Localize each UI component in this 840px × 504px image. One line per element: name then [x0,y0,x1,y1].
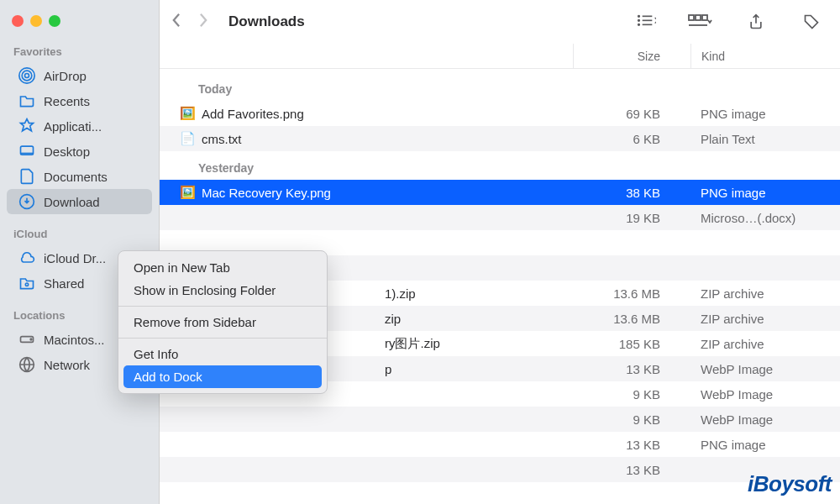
menu-item-get-info[interactable]: Get Info [118,343,327,365]
file-row[interactable]: 13 KB PNG image [160,432,840,457]
file-size: 6 KB [573,132,690,146]
document-icon [18,168,35,185]
group-by-button[interactable] [684,8,717,35]
file-kind: PNG image [690,186,825,200]
file-size: 13.6 MB [573,312,690,326]
svg-rect-16 [689,15,694,20]
sidebar-item-label: AirDrop [44,69,87,83]
nav-arrows [171,13,208,31]
window-title: Downloads [228,13,305,30]
minimize-window-button[interactable] [30,15,42,27]
file-row[interactable]: 🖼️Add Favorites.png 69 KB PNG image [160,101,840,126]
group-header-yesterday: Yesterday [160,151,840,180]
column-kind[interactable]: Kind [690,44,825,68]
sidebar-item-label: Network [44,358,90,372]
sidebar-header: Favorites [0,42,159,63]
sidebar-item-downloads[interactable]: Download [7,189,152,214]
cloud-icon [18,249,35,266]
airdrop-icon [18,67,35,84]
close-window-button[interactable] [12,15,24,27]
file-size: 13 KB [573,362,690,376]
file-row[interactable]: 🖼️Mac Recovery Key.png 38 KB PNG image [160,180,840,205]
apps-icon [18,118,35,134]
file-row[interactable]: 19 KB Microso…(.docx) [160,205,840,230]
menu-item-open-new-tab[interactable]: Open in New Tab [118,256,327,279]
disk-icon [18,331,35,348]
file-name-label: cms.txt [202,132,242,146]
file-kind: WebP Image [690,412,825,427]
sidebar-item-label: Documents [44,170,108,184]
file-name-label: 1).zip [385,286,416,301]
file-kind: Microso…(.docx) [690,211,825,225]
folder-icon [18,92,35,109]
toolbar: Downloads [160,0,840,44]
shared-folder-icon [18,275,35,291]
sidebar-item-label: Applicati... [44,119,102,134]
svg-point-6 [25,283,28,286]
file-size: 69 KB [573,107,690,121]
column-size[interactable]: Size [573,44,690,68]
view-as-list-button[interactable] [628,8,662,35]
sidebar-item-label: iCloud Dr... [44,251,106,265]
svg-point-0 [25,74,29,78]
column-headers: Size Kind [160,44,840,69]
toolbar-actions [628,8,828,35]
file-row[interactable]: 13 KB [160,457,840,482]
sidebar-section-favorites: Favorites AirDrop Recents Applicati... D… [0,42,159,214]
sidebar-item-airdrop[interactable]: AirDrop [7,63,152,88]
menu-separator [118,338,327,339]
png-file-icon: 🖼️ [180,185,195,200]
sidebar-item-label: Shared [44,276,84,291]
file-size: 13 KB [573,438,690,452]
file-name-label: zip [385,312,401,326]
menu-item-remove-sidebar[interactable]: Remove from Sidebar [118,311,327,333]
file-kind: ZIP archive [690,337,825,351]
svg-point-1 [22,71,32,81]
sidebar-item-desktop[interactable]: Desktop [7,139,152,164]
file-kind: WebP Image [690,362,825,376]
globe-icon [18,356,35,373]
file-name-label: Add Favorites.png [202,107,304,121]
file-row[interactable]: 📄cms.txt 6 KB Plain Text [160,126,840,151]
file-kind: WebP Image [690,387,825,402]
file-row[interactable]: 9 KB WebP Image [160,407,840,432]
back-button[interactable] [171,13,181,31]
forward-button[interactable] [199,13,208,31]
sidebar-item-recents[interactable]: Recents [7,88,152,113]
tags-button[interactable] [795,8,828,35]
sidebar-item-label: Desktop [44,144,90,159]
file-name-label: ry图片.zip [385,336,440,352]
menu-item-add-to-dock[interactable]: Add to Dock [123,365,322,388]
file-size: 19 KB [573,211,690,225]
svg-rect-17 [696,15,701,20]
text-file-icon: 📄 [180,131,195,146]
menu-separator [118,306,327,307]
sidebar-item-documents[interactable]: Documents [7,164,152,189]
file-size: 13.6 MB [573,286,690,301]
svg-point-13 [638,16,640,18]
group-header-today: Today [160,72,840,101]
file-name-label: p [385,362,391,376]
svg-point-14 [638,20,640,22]
file-name-label: Mac Recovery Key.png [202,186,331,200]
file-size: 38 KB [573,186,690,200]
context-menu: Open in New Tab Show in Enclosing Folder… [118,250,328,394]
file-size: 13 KB [573,463,690,477]
share-button[interactable] [739,8,773,35]
file-size: 9 KB [573,387,690,402]
sidebar-item-label: Recents [44,94,90,108]
fullscreen-window-button[interactable] [49,15,60,27]
sidebar-item-label: Download [44,195,100,209]
file-size: 185 KB [573,337,690,351]
file-kind: Plain Text [690,132,825,146]
desktop-icon [18,143,35,160]
download-icon [18,193,35,210]
png-file-icon: 🖼️ [180,106,195,121]
svg-rect-18 [702,15,707,20]
svg-point-8 [30,339,32,340]
sidebar-item-applications[interactable]: Applicati... [7,113,152,139]
file-kind: PNG image [690,438,825,452]
sidebar-header: iCloud [0,224,159,245]
file-size: 9 KB [573,412,690,427]
menu-item-show-enclosing[interactable]: Show in Enclosing Folder [118,279,327,302]
